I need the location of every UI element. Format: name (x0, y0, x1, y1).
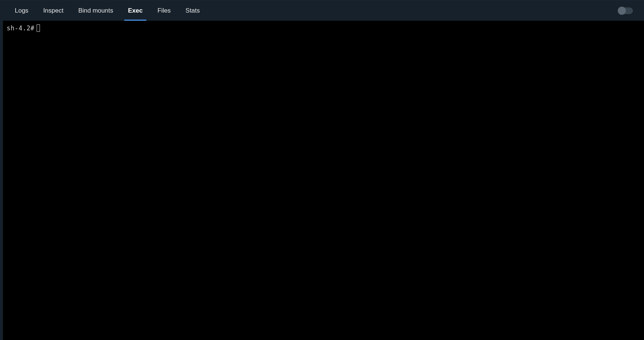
terminal-cursor (37, 24, 40, 32)
tab-files[interactable]: Files (150, 1, 178, 21)
tab-exec[interactable]: Exec (121, 1, 150, 21)
terminal[interactable]: sh-4.2# (3, 21, 644, 340)
toggle-knob (618, 7, 626, 15)
terminal-line: sh-4.2# (7, 24, 640, 32)
dark-mode-toggle[interactable] (618, 7, 633, 14)
tab-inspect[interactable]: Inspect (36, 1, 71, 21)
tab-bar: Logs Inspect Bind mounts Exec Files Stat… (0, 1, 644, 21)
tab-stats[interactable]: Stats (178, 1, 207, 21)
tab-bind-mounts[interactable]: Bind mounts (71, 1, 121, 21)
tabs-container: Logs Inspect Bind mounts Exec Files Stat… (7, 1, 207, 21)
terminal-prompt: sh-4.2# (7, 24, 34, 32)
tab-logs[interactable]: Logs (7, 1, 36, 21)
